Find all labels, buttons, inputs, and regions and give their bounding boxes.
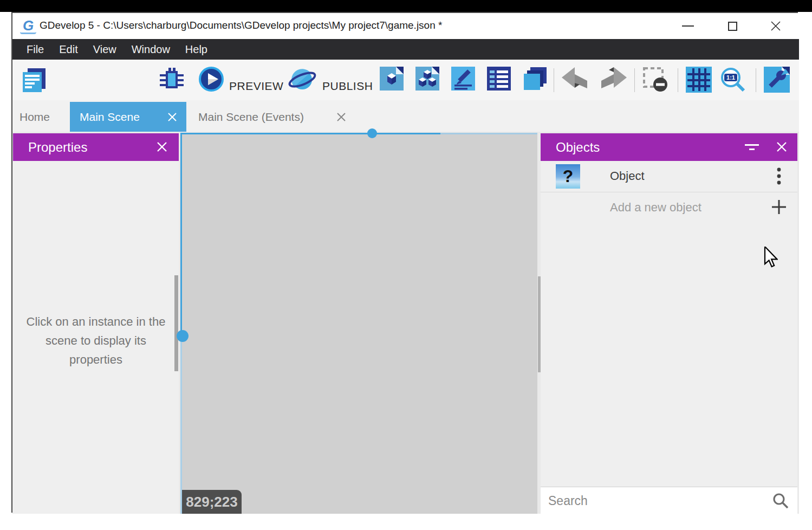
publish-globe-icon [288,67,317,94]
close-icon [770,21,781,31]
maximize-icon [728,22,737,31]
toolbar-separator [678,68,678,92]
properties-panel: Properties Click on an instance in the s… [13,133,179,514]
close-properties-icon[interactable] [155,140,169,154]
tab-close-icon[interactable] [336,112,347,122]
objects-panel-header: Objects [541,133,797,161]
objects-panel-title: Objects [556,140,600,155]
tab-label: Main Scene (Events) [198,111,304,124]
edit-objects-icon[interactable] [380,67,404,91]
tab-bar: Home Main Scene Main Scene (Events) [12,100,799,132]
menu-edit[interactable]: Edit [51,39,85,60]
tab-label: Home [20,111,50,124]
toolbar: PREVIEW PUBLISH [12,60,799,100]
minimize-icon [682,25,694,27]
properties-scrollbar[interactable] [174,275,178,371]
menu-help[interactable]: Help [178,39,215,60]
edit-object-groups-icon[interactable] [415,67,439,91]
scene-canvas[interactable]: 829;223 [180,133,537,514]
object-menu-kebab-icon[interactable] [772,165,785,187]
screen-background-strip [0,0,812,12]
gdevelop-logo-icon: G [20,18,36,34]
maximize-button[interactable] [720,17,745,35]
properties-panel-header: Properties [13,133,179,161]
close-objects-icon[interactable] [775,140,789,154]
preview-button[interactable]: PREVIEW [199,67,296,94]
close-window-button[interactable] [763,17,788,35]
object-question-icon: ? [556,164,580,189]
instances-list-icon[interactable] [487,67,511,91]
add-object-label: Add a new object [610,201,701,215]
resize-handle-top[interactable] [367,128,377,138]
tab-home[interactable]: Home [20,102,50,132]
toggle-grid-icon[interactable] [686,67,712,93]
zoom-level-label: 1:1 [726,74,735,81]
properties-panel-title: Properties [28,140,87,155]
toolbar-separator [634,68,635,92]
minimize-button[interactable] [675,17,700,35]
selection-border-left-light [180,337,182,514]
menu-window[interactable]: Window [124,39,178,60]
tab-main-scene[interactable]: Main Scene [70,102,186,132]
properties-hint-text: Click on an instance in the scene to dis… [23,312,169,369]
object-name: Object [610,169,645,183]
open-settings-icon[interactable] [764,67,790,93]
publish-button[interactable]: PUBLISH [288,67,385,95]
objects-search-input[interactable] [548,490,759,511]
gdevelop-window: G GDevelop 5 - C:\Users\charburg\Documen… [11,12,798,513]
menu-view[interactable]: View [86,39,124,60]
selection-border-top [180,133,440,134]
project-manager-icon[interactable] [21,67,48,94]
tab-close-icon[interactable] [167,112,178,122]
tab-label: Main Scene [80,111,140,124]
selection-border-top-light [440,133,537,134]
toolbar-separator [756,68,756,92]
filter-icon[interactable] [744,140,760,154]
objects-search-bar [541,487,797,514]
toggle-window-mask-icon[interactable] [642,67,670,93]
undo-icon[interactable] [561,67,589,91]
zoom-1-1-icon[interactable]: 1:1 [719,67,748,94]
cursor-coordinates-badge: 829;223 [182,490,242,514]
preview-label: PREVIEW [229,80,283,93]
layers-icon[interactable] [523,67,548,92]
window-title: GDevelop 5 - C:\Users\charburg\Documents… [40,20,442,31]
menu-bar: File Edit View Window Help [12,39,799,60]
menu-file[interactable]: File [19,39,51,60]
object-list-item[interactable]: ? Object [541,161,797,192]
objects-panel: Objects ? Object Add a new object [541,133,797,514]
add-object-plus-icon[interactable] [770,198,788,216]
edit-scene-properties-icon[interactable] [451,67,475,91]
add-object-row[interactable]: Add a new object [541,192,797,223]
redo-icon[interactable] [600,67,628,91]
toolbar-separator [554,68,554,92]
preview-play-icon [199,67,224,92]
publish-label: PUBLISH [322,80,373,93]
search-icon [772,493,789,509]
selection-border-left [180,133,182,337]
debugger-icon[interactable] [159,67,185,93]
tab-main-scene-events[interactable]: Main Scene (Events) [186,102,355,132]
resize-handle-left[interactable] [177,330,189,342]
title-bar: G GDevelop 5 - C:\Users\charburg\Documen… [12,13,799,39]
mouse-cursor [764,247,778,268]
